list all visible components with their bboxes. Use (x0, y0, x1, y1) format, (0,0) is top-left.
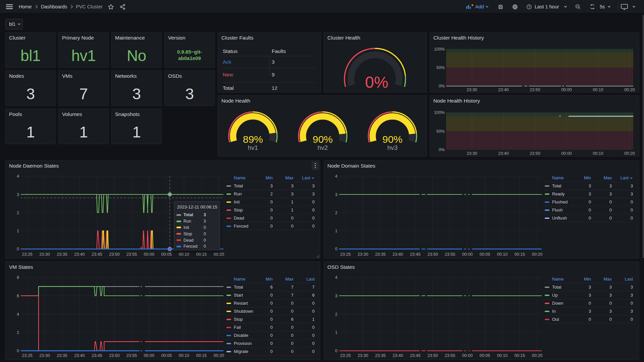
svg-text:00:15: 00:15 (196, 353, 207, 358)
svg-text:4: 4 (17, 312, 19, 317)
svg-text:23:40: 23:40 (74, 353, 85, 358)
svg-text:23:50: 23:50 (427, 353, 438, 358)
svg-text:00:10: 00:10 (497, 353, 507, 358)
svg-text:23:30: 23:30 (358, 252, 368, 257)
svg-text:23:35: 23:35 (375, 252, 385, 257)
svg-text:50%: 50% (436, 129, 445, 134)
svg-text:0%: 0% (439, 84, 445, 88)
svg-text:50%: 50% (436, 65, 445, 70)
svg-text:23:35: 23:35 (57, 353, 67, 358)
svg-text:23:40: 23:40 (498, 151, 508, 156)
svg-text:00:15: 00:15 (515, 252, 525, 257)
svg-text:2: 2 (17, 210, 19, 215)
svg-text:23:35: 23:35 (57, 252, 67, 257)
svg-text:23:40: 23:40 (392, 252, 403, 257)
svg-text:23:50: 23:50 (530, 151, 540, 156)
svg-text:23:55: 23:55 (445, 353, 455, 358)
svg-text:2: 2 (335, 210, 337, 215)
svg-text:00:20: 00:20 (532, 252, 542, 257)
svg-text:89%: 89% (243, 134, 263, 145)
svg-text:0%: 0% (439, 147, 445, 152)
svg-text:00:20: 00:20 (624, 151, 635, 156)
svg-text:hv3: hv3 (387, 144, 398, 151)
svg-text:00:00: 00:00 (144, 353, 154, 358)
svg-text:00:05: 00:05 (480, 252, 490, 257)
svg-text:00:00: 00:00 (462, 353, 473, 358)
svg-text:23:25: 23:25 (22, 252, 32, 257)
svg-text:00:20: 00:20 (214, 252, 224, 257)
svg-text:23:40: 23:40 (392, 353, 403, 358)
svg-text:23:30: 23:30 (467, 151, 477, 156)
svg-text:00:20: 00:20 (624, 87, 635, 92)
svg-text:00:20: 00:20 (214, 353, 224, 358)
svg-text:00:10: 00:10 (593, 87, 603, 92)
svg-text:00:10: 00:10 (593, 151, 603, 156)
svg-text:00:00: 00:00 (144, 252, 154, 257)
svg-text:4: 4 (335, 174, 337, 179)
svg-text:00:00: 00:00 (462, 252, 473, 257)
svg-text:23:40: 23:40 (74, 252, 85, 257)
svg-text:23:50: 23:50 (109, 353, 119, 358)
svg-text:0%: 0% (365, 73, 388, 91)
svg-text:23:55: 23:55 (126, 353, 137, 358)
svg-text:hv1: hv1 (248, 144, 258, 151)
svg-text:1: 1 (17, 229, 19, 233)
svg-text:00:00: 00:00 (561, 151, 572, 156)
svg-text:1: 1 (335, 229, 337, 233)
svg-text:23:45: 23:45 (92, 252, 102, 257)
svg-text:23:50: 23:50 (427, 252, 438, 257)
svg-text:100%: 100% (434, 110, 445, 115)
svg-text:23:30: 23:30 (358, 353, 368, 358)
svg-text:23:25: 23:25 (340, 252, 351, 257)
svg-text:23:50: 23:50 (109, 252, 119, 257)
svg-text:00:10: 00:10 (179, 252, 189, 257)
svg-text:23:25: 23:25 (340, 353, 351, 358)
svg-text:3: 3 (17, 192, 19, 197)
svg-text:23:45: 23:45 (410, 353, 420, 358)
svg-text:1: 1 (335, 330, 337, 335)
svg-text:0: 0 (17, 349, 19, 353)
svg-text:0: 0 (335, 247, 337, 251)
svg-text:00:00: 00:00 (561, 87, 572, 92)
svg-text:23:40: 23:40 (498, 87, 508, 92)
svg-text:00:15: 00:15 (196, 252, 207, 257)
svg-text:23:35: 23:35 (375, 353, 385, 358)
svg-text:23:30: 23:30 (467, 87, 477, 92)
svg-text:2: 2 (335, 312, 337, 317)
svg-text:90%: 90% (313, 134, 333, 145)
svg-text:00:10: 00:10 (497, 252, 507, 257)
svg-text:00:10: 00:10 (179, 353, 189, 358)
svg-text:8: 8 (17, 275, 19, 280)
svg-text:00:05: 00:05 (161, 252, 172, 257)
svg-text:4: 4 (335, 275, 337, 280)
svg-text:4: 4 (17, 174, 19, 179)
svg-text:23:50: 23:50 (530, 87, 540, 92)
svg-text:23:45: 23:45 (92, 353, 102, 358)
svg-text:23:55: 23:55 (126, 252, 137, 257)
svg-text:3: 3 (335, 192, 337, 197)
svg-text:00:15: 00:15 (515, 353, 525, 358)
svg-text:0: 0 (17, 247, 19, 251)
svg-text:3: 3 (335, 294, 337, 298)
svg-text:90%: 90% (382, 134, 402, 145)
svg-text:23:25: 23:25 (22, 353, 32, 358)
svg-text:2: 2 (17, 330, 19, 335)
svg-text:23:55: 23:55 (445, 252, 455, 257)
svg-text:00:05: 00:05 (161, 353, 172, 358)
svg-text:6: 6 (17, 294, 19, 298)
svg-text:23:30: 23:30 (39, 252, 50, 257)
svg-text:0: 0 (335, 349, 337, 353)
svg-text:100%: 100% (434, 47, 445, 52)
svg-text:hv2: hv2 (318, 144, 328, 151)
svg-text:00:20: 00:20 (532, 353, 542, 358)
svg-text:23:45: 23:45 (410, 252, 420, 257)
svg-text:23:30: 23:30 (39, 353, 50, 358)
svg-text:00:05: 00:05 (480, 353, 490, 358)
